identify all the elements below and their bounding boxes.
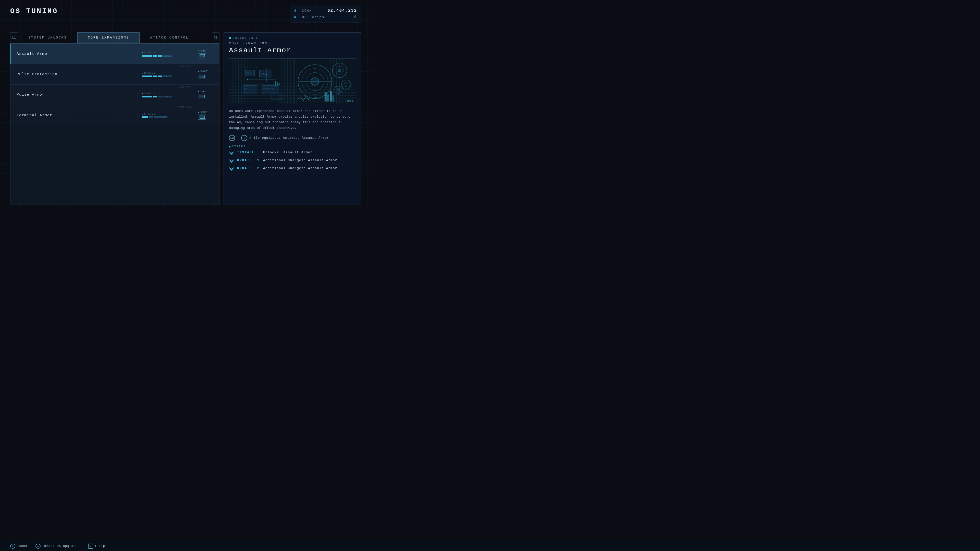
- blueprint-circuit-svg: CPU-01 CORE#1 SYS 12-UNITS-COAM: [231, 61, 293, 102]
- status-bars: [142, 116, 189, 118]
- tab-core-expansions[interactable]: CORE EXPANSIONS: [77, 32, 140, 43]
- cost-icon: [198, 94, 206, 99]
- status-bar-4: [162, 96, 167, 97]
- tuning-info-dot: [229, 37, 231, 39]
- list-item[interactable]: CORE/003 Pulse Armor STATUS COST: [11, 85, 219, 105]
- status-bar-1: [142, 116, 148, 118]
- update1-arrow: [229, 159, 234, 163]
- svg-point-31: [338, 69, 341, 72]
- item-id: CORE/004: [178, 106, 191, 109]
- status-bar-5: [167, 55, 172, 57]
- item-cost-pulse-armor: COST: [194, 89, 219, 101]
- list-item[interactable]: CORE/004 Terminal Armor STATUS C: [11, 105, 219, 125]
- update2-desc: Additional Charges: Assault Armor: [263, 166, 337, 170]
- status-bar-4: [162, 76, 167, 77]
- status-label: STATUS: [142, 92, 189, 95]
- cost-label: COST: [198, 50, 215, 52]
- status-bar-3: [158, 76, 162, 77]
- status-section-label: STATUS: [232, 145, 246, 148]
- svg-text:CORE#1: CORE#1: [261, 73, 266, 75]
- svg-text:CPU-01: CPU-01: [247, 72, 252, 74]
- content-area: L1 SYSTEM UNLOCKS CORE EXPANSIONS ATTACK…: [10, 32, 361, 205]
- status-bar-1: [142, 96, 152, 97]
- tab-nav-left[interactable]: L1: [10, 32, 18, 43]
- button-triangle: △: [241, 135, 247, 141]
- status-entry-install: INSTALL Unlocks: Assault Armor: [229, 151, 356, 155]
- status-bar-3: [158, 96, 162, 97]
- update1-desc: Additional Charges: Assault Armor: [263, 159, 337, 162]
- cost-icon-inner: [200, 116, 205, 119]
- svg-rect-18: [275, 81, 277, 86]
- tab-nav-right[interactable]: R1: [212, 32, 220, 43]
- item-name-terminal-armor: Terminal Armor: [11, 113, 138, 118]
- cost-icon: [198, 74, 206, 79]
- status-section-header: STATUS: [229, 145, 356, 148]
- status-bar-3: [158, 55, 162, 57]
- svg-point-35: [337, 88, 340, 91]
- cost-label: COST: [198, 91, 215, 93]
- svg-rect-10: [262, 86, 278, 94]
- main-container: OS TUNING L1 SYSTEM UNLOCKS CORE EXPANSI…: [10, 5, 361, 203]
- item-id: CORE/003: [178, 86, 191, 88]
- status-bar-5: [167, 76, 172, 77]
- blueprint-area: CPU-01 CORE#1 SYS 12-UNITS-COAM: [229, 59, 356, 104]
- status-bar-5: [167, 96, 172, 97]
- status-bar-2: [153, 76, 157, 77]
- items-list: Assault Armor STATUS COST: [10, 44, 220, 205]
- item-name-pulse-armor: Pulse Armor: [11, 93, 138, 97]
- install-desc: Unlocks: Assault Armor: [263, 151, 313, 154]
- left-panel: L1 SYSTEM UNLOCKS CORE EXPANSIONS ATTACK…: [10, 32, 220, 205]
- update2-label: UPDATE .2: [237, 166, 260, 170]
- status-label: STATUS: [142, 52, 189, 54]
- item-status-pulse-armor: STATUS: [138, 90, 194, 100]
- status-label: STATUS: [142, 72, 189, 75]
- svg-rect-37: [327, 94, 329, 101]
- item-name-pulse-protection: Pulse Protection: [11, 72, 138, 76]
- svg-text:12-UNITS-COAM: 12-UNITS-COAM: [263, 88, 274, 89]
- svg-rect-9: [243, 86, 257, 94]
- status-bar-2: [149, 116, 153, 118]
- status-bar-3: [154, 116, 158, 118]
- update2-arrow: [229, 167, 234, 171]
- list-item[interactable]: Assault Armor STATUS COST: [11, 44, 219, 64]
- page-title: OS TUNING: [10, 5, 361, 17]
- status-bar-5: [163, 116, 167, 118]
- svg-rect-39: [332, 95, 334, 101]
- cost-icon-inner: [200, 54, 205, 57]
- btn-action-label: while equipped: Activate Assault Armor: [249, 136, 329, 140]
- cost-icon-inner: [200, 95, 205, 98]
- svg-rect-38: [330, 91, 332, 102]
- status-bar-4: [162, 55, 167, 57]
- tabs: L1 SYSTEM UNLOCKS CORE EXPANSIONS ATTACK…: [10, 32, 220, 44]
- list-item[interactable]: CORE/002 Pulse Protection STATUS: [11, 64, 219, 85]
- update1-label: UPDATE .1: [237, 159, 260, 162]
- cost-icon: [198, 53, 206, 59]
- install-label: INSTALL: [237, 151, 260, 154]
- item-status-terminal: STATUS: [138, 111, 194, 120]
- item-cost-assault: COST: [194, 48, 219, 60]
- status-label: STATUS: [142, 113, 189, 115]
- tuning-info-header: TUNING INFO: [229, 37, 356, 40]
- item-status-assault: STATUS: [138, 49, 194, 59]
- svg-point-12: [266, 75, 267, 76]
- status-bar-4: [159, 116, 162, 118]
- btn-plus: +: [237, 136, 239, 140]
- install-arrow: [229, 151, 234, 155]
- right-panel: TUNING INFO CORE EXPANSIONS Assault Armo…: [224, 32, 361, 205]
- tab-system-unlocks[interactable]: SYSTEM UNLOCKS: [18, 32, 77, 43]
- status-bars: [142, 76, 189, 77]
- status-bar-1: [142, 76, 152, 77]
- blueprint-number: 001: [347, 100, 354, 103]
- svg-rect-22: [271, 94, 283, 100]
- status-bars: [142, 55, 189, 57]
- item-description: Unlocks Core Expansion: Assault Armor an…: [229, 108, 356, 131]
- tuning-info-label: TUNING INFO: [233, 37, 258, 40]
- cost-label: COST: [198, 111, 215, 114]
- item-cost-pulse-prot: COST: [194, 68, 219, 81]
- status-bar-1: [142, 55, 152, 57]
- tab-attack-control[interactable]: ATTACK CONTROL: [140, 32, 199, 43]
- svg-point-13: [247, 79, 248, 80]
- item-id: CORE/002: [178, 65, 191, 68]
- status-bars: [142, 96, 189, 97]
- cost-label: COST: [198, 70, 215, 73]
